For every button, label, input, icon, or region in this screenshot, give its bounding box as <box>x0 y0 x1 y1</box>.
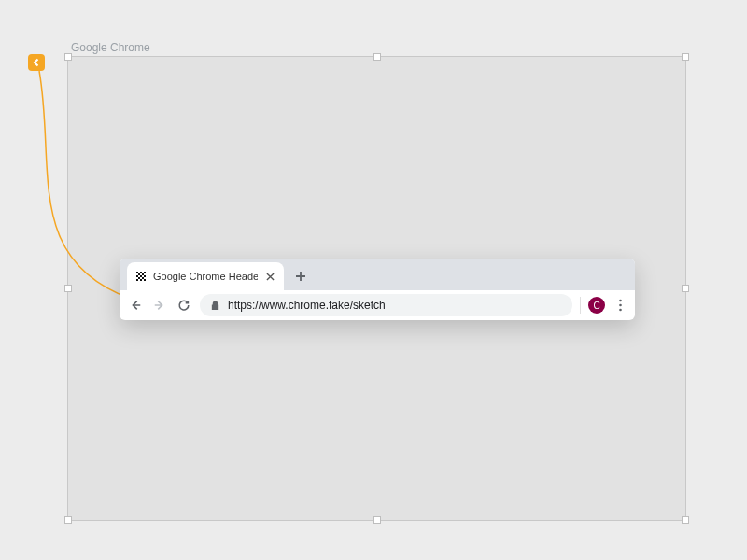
reload-button[interactable] <box>176 297 192 314</box>
svg-rect-13 <box>140 279 142 281</box>
svg-rect-14 <box>144 279 146 281</box>
svg-point-15 <box>619 300 622 302</box>
resize-handle-mid-left[interactable] <box>64 285 72 292</box>
toolbar-divider <box>580 297 581 314</box>
resize-handle-top-mid[interactable] <box>374 53 381 61</box>
resize-handle-mid-right[interactable] <box>682 285 689 292</box>
address-bar[interactable] <box>200 294 572 316</box>
close-icon <box>266 273 275 281</box>
svg-rect-2 <box>136 272 138 273</box>
tab-title: Google Chrome Header UI Freebie <box>153 271 258 282</box>
kebab-menu-icon <box>619 299 622 312</box>
browser-tab[interactable]: Google Chrome Header UI Freebie <box>127 262 284 290</box>
svg-rect-9 <box>144 275 146 277</box>
back-button[interactable] <box>127 297 144 314</box>
forward-button[interactable] <box>151 297 168 314</box>
svg-rect-3 <box>140 272 142 273</box>
resize-handle-bottom-right[interactable] <box>682 516 689 524</box>
browser-window: Google Chrome Header UI Freebie C <box>120 259 635 320</box>
profile-initial: C <box>593 301 599 311</box>
new-tab-button[interactable] <box>289 265 312 287</box>
plus-icon <box>295 271 306 282</box>
collapse-panel-button[interactable] <box>28 54 45 71</box>
reload-icon <box>177 299 190 312</box>
svg-point-17 <box>619 309 622 312</box>
close-tab-button[interactable] <box>263 270 276 283</box>
tab-strip: Google Chrome Header UI Freebie <box>120 259 635 290</box>
svg-rect-6 <box>142 273 144 275</box>
svg-rect-12 <box>136 279 138 281</box>
browser-toolbar: C <box>120 290 635 320</box>
lock-icon <box>209 300 220 311</box>
arrow-left-icon <box>129 299 142 312</box>
chevron-left-icon <box>32 58 41 67</box>
checker-pattern-icon <box>134 270 148 283</box>
resize-handle-top-right[interactable] <box>682 53 689 61</box>
svg-rect-8 <box>140 275 142 277</box>
resize-handle-top-left[interactable] <box>64 53 72 61</box>
artboard-label: Google Chrome <box>71 41 150 54</box>
svg-rect-10 <box>138 277 140 279</box>
profile-avatar[interactable]: C <box>588 297 605 314</box>
browser-menu-button[interactable] <box>613 298 627 313</box>
svg-rect-4 <box>144 272 146 273</box>
arrow-right-icon <box>153 299 166 312</box>
url-input[interactable] <box>228 299 563 312</box>
resize-handle-bottom-left[interactable] <box>64 516 72 524</box>
svg-rect-5 <box>138 273 140 275</box>
resize-handle-bottom-mid[interactable] <box>374 516 381 524</box>
svg-point-16 <box>619 304 622 307</box>
svg-rect-11 <box>142 277 144 279</box>
svg-rect-7 <box>136 275 138 277</box>
